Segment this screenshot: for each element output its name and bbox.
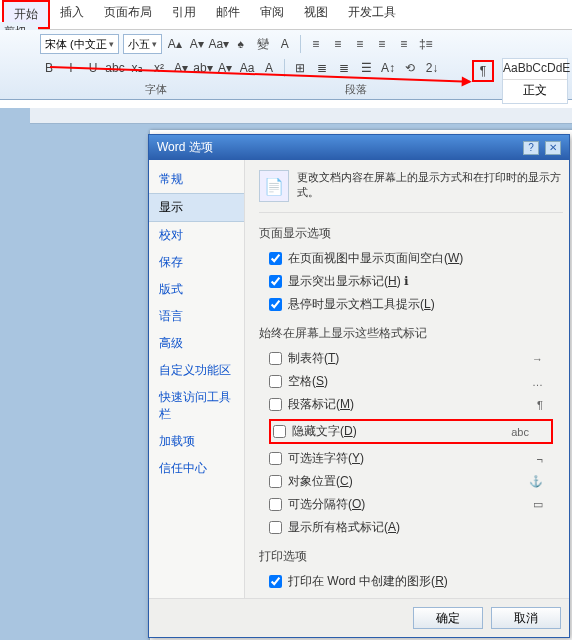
text-effects-icon[interactable]: A▾	[172, 59, 190, 77]
tab-developer[interactable]: 开发工具	[338, 0, 406, 29]
format-marks-symbol-6: ▭	[533, 498, 543, 511]
page-icon: 📄	[259, 170, 289, 202]
format-marks-symbol-3: abc	[511, 426, 529, 438]
tab-layout[interactable]: 页面布局	[94, 0, 162, 29]
char-border-icon[interactable]: A	[276, 35, 294, 53]
format-marks-label-1: 空格(S)	[288, 373, 328, 390]
align-right-icon[interactable]: ≣	[335, 59, 353, 77]
tab-references[interactable]: 引用	[162, 0, 206, 29]
page-display-checkbox-2[interactable]	[269, 298, 282, 311]
sidebar-item-5[interactable]: 语言	[149, 303, 244, 330]
format-marks-option-7: 显示所有格式标记(A)	[269, 519, 563, 536]
sidebar-item-1[interactable]: 显示	[149, 193, 244, 222]
format-marks-option-5: 对象位置(C)⚓	[269, 473, 563, 490]
format-marks-symbol-2: ¶	[537, 399, 543, 411]
sidebar-item-6[interactable]: 高级	[149, 330, 244, 357]
format-marks-checkbox-2[interactable]	[269, 398, 282, 411]
sidebar-item-4[interactable]: 版式	[149, 276, 244, 303]
ribbon-tabs: 开始 插入 页面布局 引用 邮件 审阅 视图 开发工具	[0, 0, 572, 30]
print-option-0: 打印在 Word 中创建的图形(R)	[269, 573, 563, 590]
page-display-label-2: 悬停时显示文档工具提示(L)	[288, 296, 435, 313]
font-size-combo[interactable]: 小五	[123, 34, 162, 54]
format-marks-symbol-4: ¬	[537, 453, 543, 465]
font-group-label: 字体	[145, 82, 167, 97]
tab-view[interactable]: 视图	[294, 0, 338, 29]
paragraph-group-label: 段落	[345, 82, 367, 97]
tab-review[interactable]: 审阅	[250, 0, 294, 29]
help-icon[interactable]: ?	[523, 141, 539, 155]
options-sidebar: 常规显示校对保存版式语言高级自定义功能区快速访问工具栏加载项信任中心	[149, 160, 245, 598]
style-normal[interactable]: AaBbCcDdE 正文	[502, 58, 568, 104]
format-marks-label-3: 隐藏文字(D)	[292, 423, 357, 440]
dialog-title: Word 选项	[157, 139, 213, 156]
page-display-option-2: 悬停时显示文档工具提示(L)	[269, 296, 563, 313]
increase-indent-icon[interactable]: ≡	[395, 35, 413, 53]
shrink-font-icon[interactable]: A▾	[188, 35, 206, 53]
format-marks-checkbox-0[interactable]	[269, 352, 282, 365]
format-marks-label-6: 可选分隔符(O)	[288, 496, 365, 513]
highlight-icon[interactable]: ab▾	[194, 59, 212, 77]
ok-button[interactable]: 确定	[413, 607, 483, 629]
ruler[interactable]	[30, 108, 572, 124]
line-spacing-icon[interactable]: ‡≡	[417, 35, 435, 53]
section-format-marks: 始终在屏幕上显示这些格式标记	[259, 325, 563, 342]
numbering-icon[interactable]: ≡	[329, 35, 347, 53]
sidebar-item-0[interactable]: 常规	[149, 166, 244, 193]
distribute-icon[interactable]: A↕	[379, 59, 397, 77]
print-label-1: 打印背景色和图像(B)	[288, 596, 400, 598]
grow-font-icon[interactable]: A▴	[166, 35, 184, 53]
bullets-icon[interactable]: ≡	[307, 35, 325, 53]
format-marks-checkbox-6[interactable]	[269, 498, 282, 511]
shading-icon[interactable]: ⟲	[401, 59, 419, 77]
clear-format-icon[interactable]: ♠	[232, 35, 250, 53]
sidebar-item-2[interactable]: 校对	[149, 222, 244, 249]
format-marks-option-0: 制表符(T)→	[269, 350, 563, 367]
style-sample: AaBbCcDdE	[503, 61, 567, 75]
format-marks-checkbox-5[interactable]	[269, 475, 282, 488]
format-marks-option-6: 可选分隔符(O)▭	[269, 496, 563, 513]
section-print: 打印选项	[259, 548, 563, 565]
format-marks-label-2: 段落标记(M)	[288, 396, 354, 413]
page-display-option-1: 显示突出显示标记(H) ℹ	[269, 273, 563, 290]
sidebar-item-3[interactable]: 保存	[149, 249, 244, 276]
format-marks-symbol-5: ⚓	[529, 475, 543, 488]
ribbon: 宋体 (中文正 小五 A▴ A▾ Aa▾ ♠ 變 A ≡ ≡ ≡ ≡ ≡ ‡≡ …	[0, 30, 572, 100]
sidebar-item-7[interactable]: 自定义功能区	[149, 357, 244, 384]
page-display-label-1: 显示突出显示标记(H) ℹ	[288, 273, 409, 290]
section-page-display: 页面显示选项	[259, 225, 563, 242]
decrease-indent-icon[interactable]: ≡	[373, 35, 391, 53]
format-marks-label-5: 对象位置(C)	[288, 473, 353, 490]
format-marks-label-4: 可选连字符(Y)	[288, 450, 364, 467]
word-options-dialog: Word 选项 ? ✕ 常规显示校对保存版式语言高级自定义功能区快速访问工具栏加…	[148, 134, 570, 638]
tab-insert[interactable]: 插入	[50, 0, 94, 29]
justify-icon[interactable]: ☰	[357, 59, 375, 77]
format-marks-checkbox-1[interactable]	[269, 375, 282, 388]
tab-mailings[interactable]: 邮件	[206, 0, 250, 29]
format-marks-option-3: 隐藏文字(D)abc	[269, 419, 553, 444]
print-option-1: 打印背景色和图像(B)	[269, 596, 563, 598]
format-marks-checkbox-3[interactable]	[273, 425, 286, 438]
sort-icon[interactable]: 2↓	[423, 59, 441, 77]
format-marks-checkbox-7[interactable]	[269, 521, 282, 534]
sidebar-item-10[interactable]: 信任中心	[149, 455, 244, 482]
cancel-button[interactable]: 取消	[491, 607, 561, 629]
multilevel-icon[interactable]: ≡	[351, 35, 369, 53]
page-display-label-0: 在页面视图中显示页面间空白(W)	[288, 250, 463, 267]
format-marks-symbol-1: …	[532, 376, 543, 388]
show-hide-button[interactable]: ¶	[472, 60, 494, 82]
font-family-combo[interactable]: 宋体 (中文正	[40, 34, 119, 54]
page-display-checkbox-0[interactable]	[269, 252, 282, 265]
dialog-titlebar[interactable]: Word 选项 ? ✕	[149, 135, 569, 160]
superscript-icon[interactable]: x²	[150, 59, 168, 77]
format-marks-label-7: 显示所有格式标记(A)	[288, 519, 400, 536]
format-marks-label-0: 制表符(T)	[288, 350, 339, 367]
format-marks-checkbox-4[interactable]	[269, 452, 282, 465]
page-display-checkbox-1[interactable]	[269, 275, 282, 288]
page-display-option-0: 在页面视图中显示页面间空白(W)	[269, 250, 563, 267]
sidebar-item-9[interactable]: 加载项	[149, 428, 244, 455]
phonetic-icon[interactable]: 變	[254, 35, 272, 53]
print-checkbox-0[interactable]	[269, 575, 282, 588]
close-icon[interactable]: ✕	[545, 141, 561, 155]
change-case-icon[interactable]: Aa▾	[210, 35, 228, 53]
sidebar-item-8[interactable]: 快速访问工具栏	[149, 384, 244, 428]
